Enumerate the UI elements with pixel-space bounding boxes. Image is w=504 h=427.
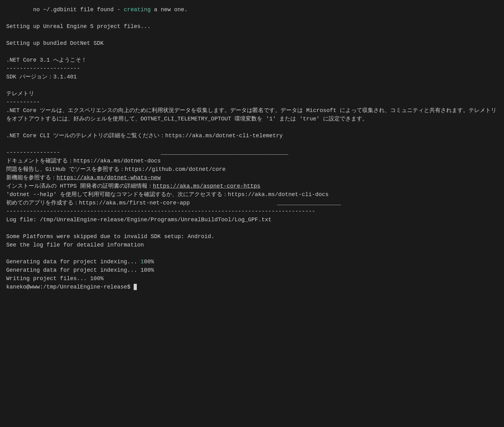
separator-2: ---------- xyxy=(6,98,498,106)
blank-3 xyxy=(6,48,498,56)
whats-new-line: 新機能を参照する：https://aka.ms/dotnet-whats-new xyxy=(6,174,498,182)
separator-line-3: ---------------- _______________________… xyxy=(6,148,498,157)
telemetry-header: テレメトリ xyxy=(6,90,498,98)
first-app-line: 初めてのアプリを作成する：https://aka.ms/first-net-co… xyxy=(6,199,498,207)
writing-files: Writing project files... 100% xyxy=(6,274,498,283)
generating-2: Generating data for project indexing... … xyxy=(6,266,498,274)
dotnet-welcome: .NET Core 3.1 へようこそ！ xyxy=(6,56,498,64)
telemetry-text: .NET Core ツールは、エクスペリエンスの向上のために利用状況データを収集… xyxy=(6,106,498,123)
platforms-skipped: Some Platforms were skipped due to inval… xyxy=(6,232,498,241)
terminal-window: no ~/.gdbinit file found - creating a ne… xyxy=(6,6,498,427)
output-line-6: Setting up Unreal Engine 5 project files… xyxy=(6,22,498,31)
help-line: 'dotnet --help' を使用して利用可能なコマンドを確認するか、次にア… xyxy=(6,190,498,199)
blank-8 xyxy=(6,249,498,258)
creating-highlight: creating xyxy=(124,7,150,13)
output-line-8: Setting up bundled DotNet SDK xyxy=(6,39,498,48)
terminal-cursor xyxy=(134,284,137,290)
generating-1: Generating data for project indexing... … xyxy=(6,258,498,266)
progress-cyan-1: 1 xyxy=(141,259,144,265)
blank-7 xyxy=(6,224,498,232)
final-prompt: kaneko@www:/tmp/UnrealEngine-release$ xyxy=(6,283,498,291)
blank-6 xyxy=(6,140,498,148)
log-file-line: Log file: /tmp/UnrealEngine-release/Engi… xyxy=(6,216,498,224)
separator-4: ----------------------------------------… xyxy=(6,207,498,216)
sdk-version: SDK バージョン：3.1.401 xyxy=(6,73,498,81)
https-line: インストール済みの HTTPS 開発者の証明書の詳細情報：https://aka… xyxy=(6,182,498,190)
blank-1 xyxy=(6,14,498,22)
separator-1: ---------------------- xyxy=(6,64,498,73)
see-log-line: See the log file for detailed informatio… xyxy=(6,241,498,249)
blank-2 xyxy=(6,31,498,39)
blank-5 xyxy=(6,123,498,132)
docs-line: ドキュメントを確認する：https://aka.ms/dotnet-docs xyxy=(6,157,498,165)
output-line-4: no ~/.gdbinit file found - creating a ne… xyxy=(6,6,498,14)
github-line: 問題を報告し、GitHub でソースを参照する：https://github.c… xyxy=(6,165,498,174)
telemetry-link-line: .NET Core CLI ツールのテレメトリの詳細をご覧ください：https:… xyxy=(6,132,498,140)
blank-4 xyxy=(6,81,498,90)
